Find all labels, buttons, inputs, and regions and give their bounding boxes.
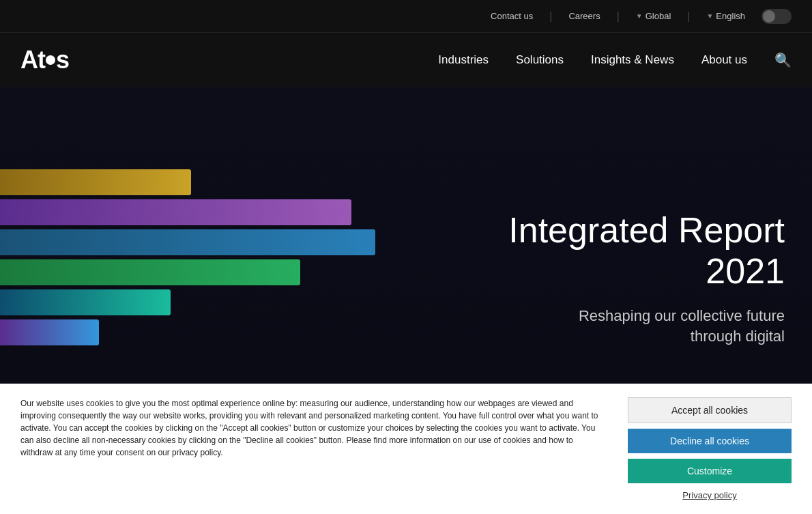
cookie-actions: Accept all cookies Decline all cookies C… (628, 397, 792, 500)
nav-solutions[interactable]: Solutions (516, 53, 564, 67)
main-nav: Ats Industries Solutions Insights & News… (0, 33, 812, 87)
bar-1 (0, 169, 191, 195)
global-dropdown[interactable]: ▼ Global (636, 11, 671, 21)
nav-about-us[interactable]: About us (701, 53, 747, 67)
bar-5 (0, 289, 171, 315)
language-arrow-icon: ▼ (706, 12, 713, 20)
nav-insights-news[interactable]: Insights & News (591, 53, 674, 67)
toggle-knob (763, 10, 775, 23)
global-arrow-icon: ▼ (636, 12, 643, 20)
separator-2: | (617, 10, 620, 23)
hero-title: Integrated Report 2021 (430, 210, 785, 292)
decline-cookies-button[interactable]: Decline all cookies (628, 429, 792, 453)
cookie-text: Our website uses cookies to give you the… (20, 397, 607, 500)
nav-industries[interactable]: Industries (438, 53, 489, 67)
bar-2 (0, 199, 351, 225)
top-bar: Contact us | Careers | ▼ Global | ▼ Engl… (0, 0, 812, 33)
nav-links: Industries Solutions Insights & News Abo… (438, 52, 792, 68)
language-dropdown[interactable]: ▼ English (706, 11, 745, 21)
language-label: English (716, 11, 745, 21)
hero-content: Integrated Report 2021 Reshaping our col… (430, 210, 785, 347)
search-button[interactable]: 🔍 (774, 52, 792, 68)
contact-us-link[interactable]: Contact us (491, 11, 533, 21)
privacy-policy-link[interactable]: Privacy policy (628, 490, 792, 500)
bar-3 (0, 229, 375, 255)
hero-subtitle: Reshaping our collective future through … (430, 306, 785, 348)
bars-container (0, 169, 396, 349)
cookie-banner: Our website uses cookies to give you the… (0, 384, 812, 514)
logo[interactable]: Ats (20, 46, 69, 74)
separator-3: | (687, 10, 690, 23)
theme-toggle[interactable] (762, 9, 792, 24)
careers-link[interactable]: Careers (568, 11, 600, 21)
customize-cookies-button[interactable]: Customize (628, 459, 792, 483)
separator-1: | (549, 10, 552, 23)
accept-cookies-button[interactable]: Accept all cookies (628, 397, 792, 423)
subtitle-line1: Reshaping our collective future (579, 307, 785, 324)
global-label: Global (646, 11, 671, 21)
logo-text: Ats (20, 46, 69, 74)
bar-4 (0, 259, 300, 285)
bar-6 (0, 319, 99, 345)
subtitle-line2: through digital (691, 328, 785, 345)
hero-section: Integrated Report 2021 Reshaping our col… (0, 87, 812, 514)
